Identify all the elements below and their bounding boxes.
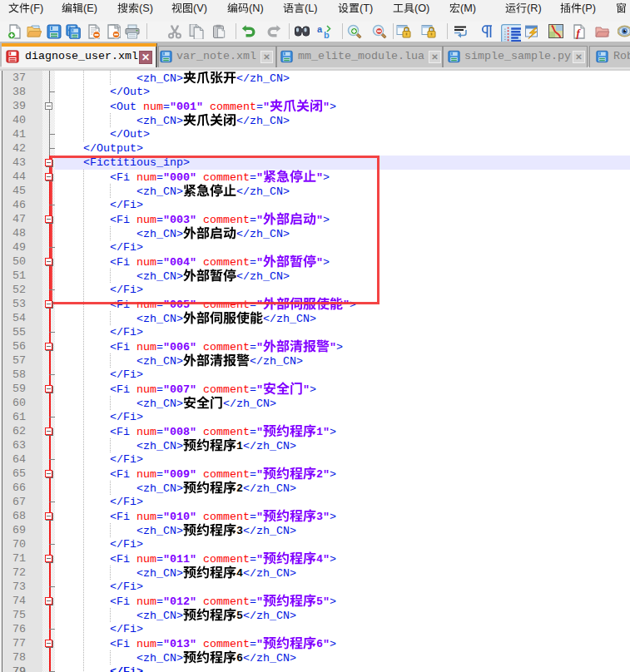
svg-text:b: b bbox=[324, 30, 330, 39]
svg-text:a: a bbox=[317, 24, 323, 34]
